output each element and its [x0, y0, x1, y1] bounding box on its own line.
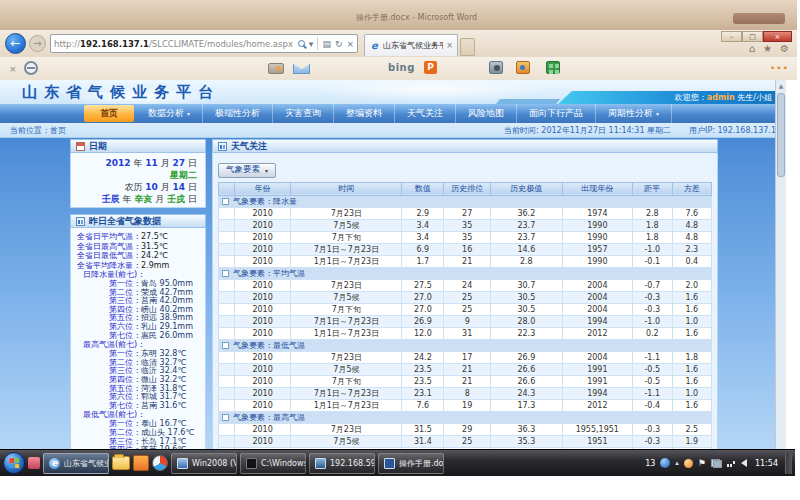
toolbar-close-button[interactable]: ×: [9, 64, 17, 74]
table-row[interactable]: 20107月5候3.43523.719901.84.8: [219, 219, 712, 231]
table-cell: 1.8: [633, 219, 672, 231]
table-cell: -0.4: [633, 399, 672, 411]
tab-close-button[interactable]: ×: [446, 41, 453, 50]
row-icon-cell: [219, 327, 235, 339]
table-row[interactable]: 20107月23日31.52936.31955,1951-0.32.5: [219, 423, 712, 435]
search-caret-icon[interactable]: ▾: [309, 39, 314, 49]
taskbar-clock[interactable]: 11:54: [755, 459, 778, 468]
table-cell: 27: [444, 207, 491, 219]
envelope-icon[interactable]: [293, 62, 310, 74]
search-icon[interactable]: [298, 40, 305, 47]
collapse-box-icon[interactable]: [222, 270, 229, 277]
collapse-box-icon[interactable]: [222, 342, 229, 349]
table-cell: 26.6: [491, 375, 562, 387]
nav-item[interactable]: 风险地图: [456, 104, 517, 123]
table-row[interactable]: 20107月23日24.21726.92004-1.11.8: [219, 351, 712, 363]
element-filter-button[interactable]: 气象要素 ▾: [218, 163, 276, 178]
divider: [317, 37, 318, 50]
address-bar[interactable]: http://192.168.137.1/SLCCLIMATE/modules/…: [50, 34, 358, 53]
table-row[interactable]: 20101月1日～7月23日12.03122.320120.21.6: [219, 327, 712, 339]
table-row[interactable]: 20101月1日～7月23日1.7212.81990-0.10.4: [219, 255, 712, 267]
nav-item[interactable]: 整编资料: [334, 104, 395, 123]
explorer-icon[interactable]: [112, 456, 130, 470]
taskbar-ie-button[interactable]: e 山东省气候业...: [43, 453, 109, 474]
home-button[interactable]: ⌂: [749, 43, 755, 54]
table-cell: 36.2: [491, 207, 562, 219]
table-row[interactable]: 20107月23日2.92736.219742.87.6: [219, 207, 712, 219]
compatibility-view-icon[interactable]: ▤: [322, 39, 331, 49]
calendar-icon: [76, 142, 85, 151]
taskbar-window-button[interactable]: 操作手册.docx ...: [378, 453, 444, 474]
site-title: 山东省气候业务平台: [22, 83, 220, 102]
table-group-row[interactable]: 气象要素：平均气温: [219, 267, 712, 279]
scroll-up-arrow[interactable]: ▲: [776, 80, 786, 91]
nav-item[interactable]: 周期性分析▾: [596, 104, 672, 123]
table-cell: 7月23日: [291, 351, 402, 363]
p-badge-icon[interactable]: P: [424, 61, 437, 74]
nav-item[interactable]: 灾害查询: [273, 104, 334, 123]
table-row[interactable]: 20107月下旬23.52126.61991-0.51.6: [219, 375, 712, 387]
nav-item[interactable]: 首页: [84, 105, 134, 122]
table-row[interactable]: 20101月1日～7月23日7.61917.32012-0.41.6: [219, 399, 712, 411]
table-group-row[interactable]: 气象要素：最低气温: [219, 339, 712, 351]
table-group-row[interactable]: 气象要素：降水量: [219, 195, 712, 207]
maximize-button[interactable]: □: [742, 31, 763, 42]
favorites-button[interactable]: ★: [763, 43, 772, 54]
stop-button[interactable]: ×: [346, 39, 354, 49]
browser-tab[interactable]: e 山东省气候业务平... ×: [364, 34, 458, 56]
start-button[interactable]: [3, 452, 25, 474]
taskbar-window-button[interactable]: 192.168.59.99...: [309, 453, 375, 474]
sphere-app-icon[interactable]: [152, 455, 168, 471]
orange-app-icon[interactable]: [133, 455, 149, 471]
show-desktop-button[interactable]: [785, 453, 792, 474]
nav-item[interactable]: 面向下行产品: [517, 104, 596, 123]
nav-item[interactable]: 极端性分析: [203, 104, 273, 123]
nav-item-label: 天气关注: [407, 104, 443, 123]
nav-item[interactable]: 数据分析▾: [136, 104, 203, 123]
taskbar-window-button[interactable]: Win2008 (VS2...: [171, 453, 237, 474]
collapse-box-icon[interactable]: [222, 414, 229, 421]
pinned-app-icon[interactable]: [28, 457, 40, 469]
table-cell: 7月23日: [291, 423, 402, 435]
back-button[interactable]: ←: [5, 33, 26, 54]
table-row[interactable]: 20107月下旬3.43523.719901.84.8: [219, 231, 712, 243]
table-row[interactable]: 20107月1日～7月23日23.1824.31994-1.11.0: [219, 387, 712, 399]
table-row[interactable]: 20107月1日～7月23日6.91614.61957-1.02.3: [219, 243, 712, 255]
table-cell: 3.4: [402, 231, 444, 243]
display-icon[interactable]: [711, 459, 722, 468]
new-tab-button[interactable]: [460, 38, 475, 56]
table-row[interactable]: 20107月1日～7月23日26.9928.01994-1.01.0: [219, 315, 712, 327]
background-window-strip: 操作手册.docx - Microsoft Word: [0, 0, 797, 30]
minimize-button[interactable]: –: [721, 31, 742, 42]
tools-button[interactable]: ⚙: [780, 43, 789, 54]
action-center-flag-icon[interactable]: ⚑: [698, 458, 706, 468]
taskbar-window-button[interactable]: C:\Windows\s...: [240, 453, 306, 474]
tray-expand-icon[interactable]: ▴: [675, 459, 679, 467]
forward-button[interactable]: →: [29, 35, 46, 52]
table-row[interactable]: 20107月下旬27.02530.52004-0.31.6: [219, 303, 712, 315]
network-icon[interactable]: [727, 459, 736, 467]
table-row[interactable]: 20107月5候31.42535.31951-0.31.9: [219, 435, 712, 447]
close-button[interactable]: ×: [763, 31, 792, 42]
table-row[interactable]: 20107月23日27.52430.72004-0.72.0: [219, 279, 712, 291]
table-row[interactable]: 20107月5候23.52126.61991-0.51.6: [219, 363, 712, 375]
volume-icon[interactable]: [741, 459, 747, 467]
tray-ime-icon[interactable]: [684, 459, 693, 468]
info-right: 当前时间: 2012年11月27日 11:14:31 星期二 用户IP: 192…: [504, 125, 776, 136]
browser-scrollbar[interactable]: ▲ ▼: [775, 80, 786, 476]
tray-sphere-icon[interactable]: [660, 458, 670, 468]
table-cell: 2004: [562, 291, 632, 303]
nav-item[interactable]: 天气关注: [395, 104, 456, 123]
camera-icon[interactable]: [489, 61, 503, 74]
collapse-box-icon[interactable]: [222, 198, 229, 205]
table-group-row[interactable]: 气象要素：最高气温: [219, 411, 712, 423]
more-options-button[interactable]: •••: [770, 63, 789, 73]
addons-puzzle-icon[interactable]: [546, 61, 560, 74]
share-icon[interactable]: [516, 61, 530, 74]
card-reader-icon[interactable]: [268, 63, 284, 74]
refresh-button[interactable]: ↻: [335, 39, 343, 49]
table-cell: 1.6: [672, 399, 712, 411]
table-row[interactable]: 20107月5候27.02530.52004-0.31.6: [219, 291, 712, 303]
tray-badge[interactable]: 13: [645, 459, 655, 468]
scrollbar-thumb[interactable]: [777, 93, 785, 177]
